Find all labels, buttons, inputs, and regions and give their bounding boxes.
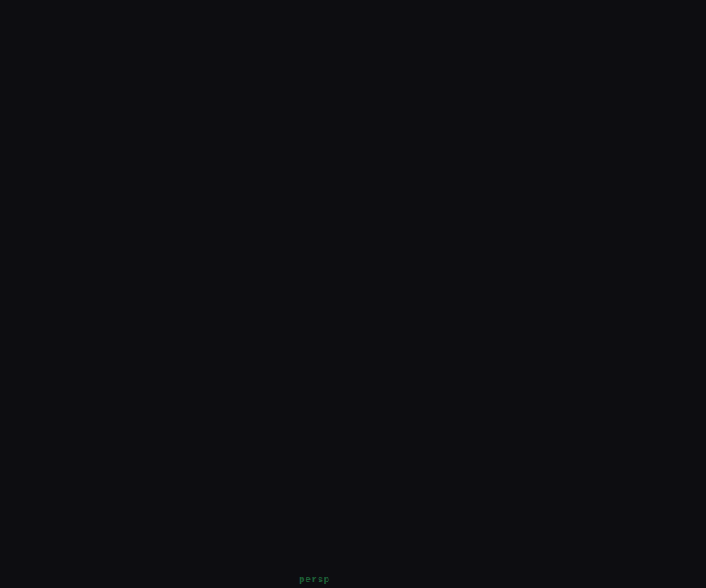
viewport-canvas[interactable] <box>0 0 706 588</box>
viewport-3d[interactable]: persp <box>0 0 706 588</box>
